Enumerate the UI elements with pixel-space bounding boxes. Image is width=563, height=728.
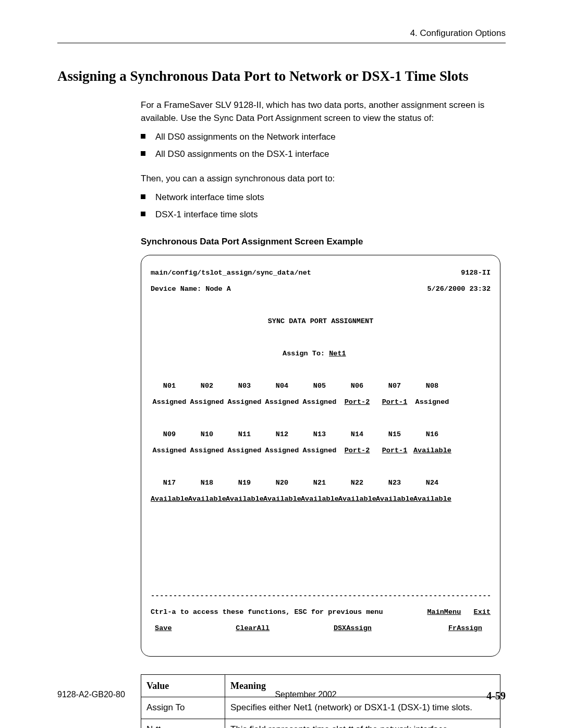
table-row: N tt This field represents time slot tt …	[141, 719, 500, 728]
slot-value-row: AvailableAvailableAvailableAvailableAvai…	[151, 495, 491, 503]
slot-cell: Available	[226, 495, 263, 503]
slot-cell: N19	[226, 479, 263, 487]
menu-right: MainMenu Exit	[427, 608, 491, 616]
assign-to-row: Assign To: Net1	[151, 350, 491, 358]
slot-cell: N05	[301, 382, 338, 390]
list-item: Network interface time slots	[141, 191, 500, 204]
slot-cell: Available	[376, 495, 413, 503]
slot-cell: N17	[151, 479, 188, 487]
example-heading: Synchronous Data Port Assignment Screen …	[141, 236, 500, 249]
mainmenu-action: MainMenu	[427, 608, 461, 616]
slot-cell: N21	[301, 479, 338, 487]
slot-cell: Available	[413, 447, 451, 455]
slot-cell: Available	[151, 495, 188, 503]
page-number: 4-59	[486, 690, 506, 702]
slot-cell: Available	[188, 495, 226, 503]
value-cell: N tt	[141, 719, 225, 728]
slot-cell: N23	[376, 479, 413, 487]
slot-cell: Assigned	[226, 447, 263, 455]
slot-label-row: N09N10N11N12N13N14N15N16	[151, 430, 491, 439]
page-footer: 9128-A2-GB20-80 September 2002 4-59	[57, 690, 506, 702]
slot-cell: N24	[413, 479, 451, 487]
slot-cell: N06	[338, 382, 376, 390]
then-paragraph: Then, you can a assign synchronous data …	[141, 172, 500, 186]
save-action: Save	[155, 624, 172, 632]
slot-label-row: N01N02N03N04N05N06N07N08	[151, 382, 491, 390]
timestamp: 5/26/2000 23:32	[427, 285, 491, 293]
device-name: Device Name: Node A	[151, 285, 231, 293]
slot-cell: Assigned	[301, 447, 338, 455]
slot-cell: N16	[413, 430, 451, 439]
meaning-cell: This field represents time slot tt of th…	[225, 719, 500, 728]
slot-label-row: N17N18N19N20N21N22N23N24	[151, 479, 491, 487]
slot-cell: Assigned	[301, 398, 338, 406]
assign-to-value: Net1	[329, 350, 346, 357]
screen-path: main/config/tslot_assign/sync_data/net	[151, 269, 311, 277]
slot-cell: N04	[263, 382, 301, 390]
slot-cell: Assigned	[151, 398, 188, 406]
slot-cell: N08	[413, 382, 451, 390]
status-list: All DS0 assignments on the Network inter…	[141, 131, 500, 161]
slot-cell: Available	[413, 495, 451, 503]
assign-to-label: Assign To:	[283, 350, 329, 357]
slot-value-row: AssignedAssignedAssignedAssignedAssigned…	[151, 398, 491, 406]
slot-cell: Assigned	[263, 398, 301, 406]
exit-action: Exit	[474, 608, 491, 616]
slot-cell: N07	[376, 382, 413, 390]
frassign-action: FrAssign	[448, 624, 482, 632]
slot-cell: Assigned	[413, 398, 451, 406]
action-row: SaveClearAllDSXAssign FrAssign	[151, 624, 491, 633]
slot-cell: Port-1	[376, 447, 413, 455]
slot-cell: Assigned	[151, 447, 188, 455]
separator: ----------------------------------------…	[151, 592, 491, 600]
slot-cell: Port-1	[376, 398, 413, 406]
slot-cell: Available	[338, 495, 376, 503]
slot-cell: N14	[338, 430, 376, 439]
doc-id: 9128-A2-GB20-80	[57, 690, 125, 702]
list-item: All DS0 assignments on the DSX-1 interfa…	[141, 148, 500, 161]
slot-cell: Port-2	[338, 447, 376, 455]
slot-cell: N13	[301, 430, 338, 439]
slot-cell: N03	[226, 382, 263, 390]
body-content: For a FrameSaver SLV 9128-II, which has …	[141, 99, 500, 728]
slot-cell: Assigned	[188, 398, 226, 406]
slot-cell: N20	[263, 479, 301, 487]
document-page: 4. Configuration Options Assigning a Syn…	[0, 0, 563, 728]
list-item: DSX-1 interface time slots	[141, 208, 500, 221]
slot-cell: N18	[188, 479, 226, 487]
slot-cell: N22	[338, 479, 376, 487]
slot-cell: N10	[188, 430, 226, 439]
slot-cell: Assigned	[263, 447, 301, 455]
page-title: Assigning a Synchronous Data Port to Net…	[57, 68, 506, 84]
slot-cell: Assigned	[188, 447, 226, 455]
list-item: All DS0 assignments on the Network inter…	[141, 131, 500, 144]
slot-cell: N02	[188, 382, 226, 390]
assign-list: Network interface time slots DSX-1 inter…	[141, 191, 500, 221]
intro-paragraph: For a FrameSaver SLV 9128-II, which has …	[141, 99, 500, 125]
device-model: 9128-II	[461, 269, 491, 277]
slot-value-row: AssignedAssignedAssignedAssignedAssigned…	[151, 447, 491, 455]
slot-cell: N01	[151, 382, 188, 390]
screen-title: SYNC DATA PORT ASSIGNMENT	[151, 317, 491, 326]
help-text: Ctrl-a to access these functions, ESC fo…	[151, 608, 383, 616]
slot-cell: N09	[151, 430, 188, 439]
dsxassign-action: DSXAssign	[334, 624, 372, 632]
slot-cell: N12	[263, 430, 301, 439]
page-header: 4. Configuration Options	[57, 28, 506, 43]
clearall-action: ClearAll	[236, 624, 270, 633]
slot-cell: N11	[226, 430, 263, 439]
help-row: Ctrl-a to access these functions, ESC fo…	[151, 608, 491, 616]
terminal-screen: main/config/tslot_assign/sync_data/net91…	[141, 255, 500, 657]
slot-cell: Assigned	[226, 398, 263, 406]
footer-date: September 2002	[275, 690, 336, 702]
slot-cell: Available	[301, 495, 338, 503]
slot-cell: N15	[376, 430, 413, 439]
slot-cell: Port-2	[338, 398, 376, 406]
chapter-label: 4. Configuration Options	[410, 28, 506, 38]
slot-cell: Available	[263, 495, 301, 503]
